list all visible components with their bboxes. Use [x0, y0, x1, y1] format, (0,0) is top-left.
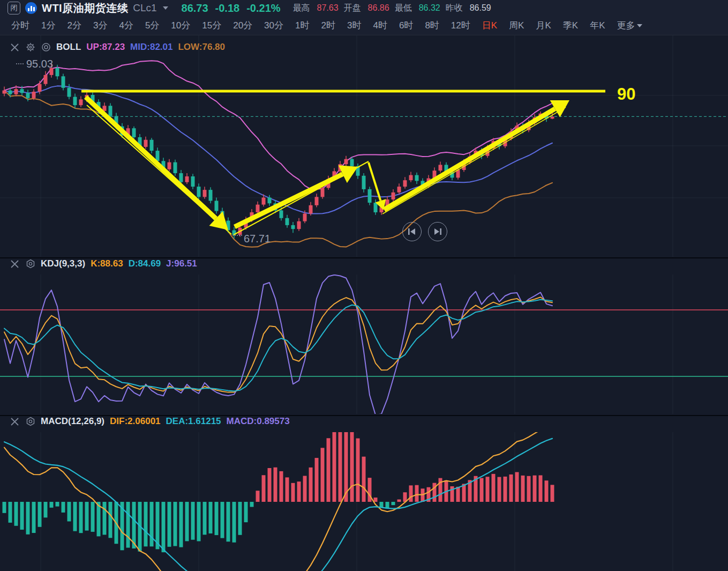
indicator-value: UP:87.23: [86, 42, 125, 53]
close-icon[interactable]: [10, 259, 20, 269]
close-icon[interactable]: [10, 42, 20, 53]
trend-annotations: 90: [81, 85, 635, 235]
boll-mid-line: [4, 86, 552, 213]
indicator-value: MID:82.01: [130, 42, 172, 53]
skip-to-end-icon: [433, 228, 442, 235]
skip-to-end-button[interactable]: [428, 222, 447, 241]
trading-app: { "header": { "close_box_icon": "闭", "sy…: [0, 0, 728, 571]
trend-arrow: [86, 97, 216, 219]
indicator-value: K:88.63: [91, 258, 123, 269]
macd-histogram: [3, 420, 554, 552]
indicator-value: J:96.51: [166, 258, 197, 269]
boll-lower-line: [4, 91, 552, 247]
chart-low-label: 67.71: [244, 233, 271, 244]
indicator-value: MACD:0.89573: [227, 416, 290, 427]
skip-to-start-button[interactable]: [402, 222, 422, 241]
boll-upper-line: [4, 61, 552, 189]
skip-to-start-icon: [408, 228, 416, 235]
indicator-name: KDJ(9,3,3): [41, 258, 85, 269]
annotation-price-label: 90: [617, 85, 635, 103]
chart-canvas: 95.0367.7190: [0, 0, 728, 571]
chart-high-label: 95.03: [26, 58, 53, 70]
indicator-value: D:84.69: [129, 258, 161, 269]
kdj-j-line: [4, 275, 552, 415]
gridlines: [0, 35, 728, 257]
trend-arrow: [384, 109, 555, 210]
settings-icon[interactable]: [25, 259, 35, 269]
kdj-indicator-header: KDJ(9,3,3)K:88.63D:84.69J:96.51: [10, 258, 197, 269]
trend-line: [87, 105, 231, 234]
indicator-value: DIF:2.06001: [110, 416, 161, 427]
settings-icon[interactable]: [25, 417, 35, 427]
macd-indicator-header: MACD(12,26,9)DIF:2.06001DEA:1.61215MACD:…: [10, 416, 290, 427]
indicator-value: LOW:76.80: [178, 42, 225, 53]
eye-icon[interactable]: [41, 42, 51, 53]
close-icon[interactable]: [10, 417, 20, 427]
indicator-name: MACD(12,26,9): [41, 416, 104, 427]
boll-indicator-header: BOLLUP:87.23MID:82.01LOW:76.80: [10, 42, 225, 53]
indicator-value: DEA:1.61215: [166, 416, 221, 427]
indicator-name: BOLL: [56, 42, 81, 53]
gear-icon[interactable]: [25, 42, 35, 53]
